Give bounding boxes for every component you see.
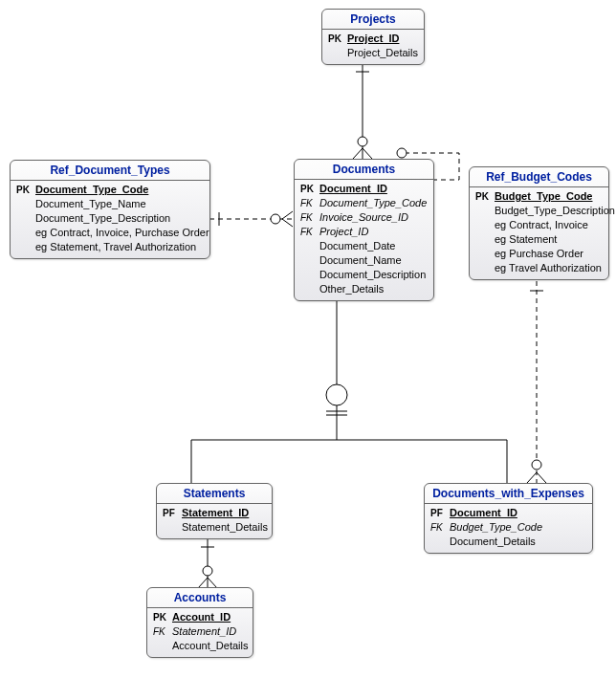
entity-documents-with-expenses: Documents_with_Expenses PFDocument_ID FK…	[424, 483, 593, 554]
entity-title: Ref_Budget_Codes	[470, 167, 608, 187]
entity-projects: Projects PKProject_ID Project_Details	[321, 9, 425, 65]
entity-title: Accounts	[147, 588, 253, 608]
entity-body: PFDocument_ID FKBudget_Type_Code Documen…	[425, 504, 592, 553]
svg-line-26	[537, 472, 546, 483]
entity-title: Ref_Document_Types	[11, 161, 209, 181]
svg-point-32	[203, 566, 212, 576]
entity-body: PKDocument_ID FKDocument_Type_Code FKInv…	[295, 180, 433, 300]
svg-point-4	[358, 137, 367, 146]
connectors-layer	[0, 0, 616, 678]
entity-body: PKDocument_Type_Code Document_Type_Name …	[11, 181, 209, 258]
entity-accounts: Accounts PKAccount_ID FKStatement_ID Acc…	[146, 587, 253, 658]
svg-point-15	[326, 384, 347, 405]
entity-title: Statements	[157, 484, 272, 504]
entity-ref-document-types: Ref_Document_Types PKDocument_Type_Code …	[10, 160, 210, 259]
svg-point-27	[532, 460, 541, 470]
entity-ref-budget-codes: Ref_Budget_Codes PKBudget_Type_Code Budg…	[469, 166, 609, 280]
svg-line-25	[527, 472, 537, 483]
entity-body: PFStatement_ID Statement_Details	[157, 504, 272, 538]
svg-point-5	[397, 148, 407, 158]
entity-body: PKProject_ID Project_Details	[322, 30, 424, 64]
entity-body: PKBudget_Type_Code Budget_Type_Descripti…	[470, 187, 608, 279]
entity-body: PKAccount_ID FKStatement_ID Account_Deta…	[147, 608, 253, 657]
svg-line-12	[282, 219, 293, 227]
svg-line-2	[353, 148, 363, 159]
svg-line-3	[363, 148, 372, 159]
svg-line-11	[282, 211, 293, 219]
svg-point-13	[271, 214, 280, 224]
entity-title: Documents_with_Expenses	[425, 484, 592, 504]
entity-documents: Documents PKDocument_ID FKDocument_Type_…	[294, 159, 434, 301]
entity-title: Documents	[295, 160, 433, 180]
entity-statements: Statements PFStatement_ID Statement_Deta…	[156, 483, 273, 539]
entity-title: Projects	[322, 10, 424, 30]
